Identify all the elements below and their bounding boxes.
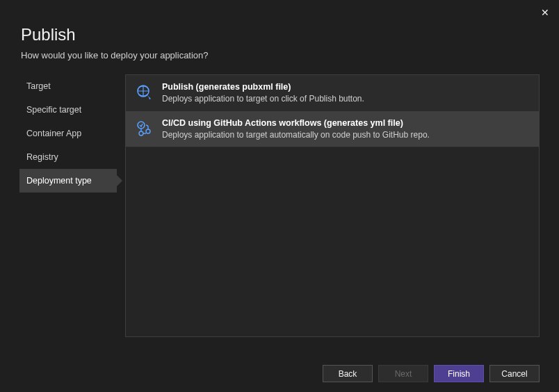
dialog-header: Publish How would you like to deploy you… [0,0,559,60]
step-container-app[interactable]: Container App [19,122,117,145]
dialog-footer: Back Next Finish Cancel [323,365,540,382]
step-deployment-type[interactable]: Deployment type [19,169,117,193]
globe-cursor-icon [136,83,154,101]
back-button[interactable]: Back [323,365,373,382]
svg-point-2 [146,129,150,133]
option-desc: Deploys application to target on click o… [162,94,529,104]
options-panel: Publish (generates pubxml file) Deploys … [125,74,540,337]
step-specific-target[interactable]: Specific target [19,98,117,122]
workflow-icon [136,120,154,138]
option-publish-pubxml[interactable]: Publish (generates pubxml file) Deploys … [126,75,539,111]
option-desc: Deploys application to target automatica… [162,130,529,140]
finish-button[interactable]: Finish [434,365,484,382]
svg-point-1 [138,122,145,129]
page-subtitle: How would you like to deploy your applic… [21,50,538,60]
option-title: Publish (generates pubxml file) [162,82,529,92]
close-icon[interactable]: ✕ [541,7,549,18]
option-title: CI/CD using GitHub Actions workflows (ge… [162,118,529,128]
option-cicd-github-actions[interactable]: CI/CD using GitHub Actions workflows (ge… [126,111,539,147]
wizard-steps-sidebar: Target Specific target Container App Reg… [19,74,117,337]
next-button: Next [378,365,428,382]
page-title: Publish [21,25,538,44]
step-target[interactable]: Target [19,74,117,98]
cancel-button[interactable]: Cancel [489,365,540,382]
svg-point-3 [139,131,143,136]
step-registry[interactable]: Registry [19,145,117,169]
